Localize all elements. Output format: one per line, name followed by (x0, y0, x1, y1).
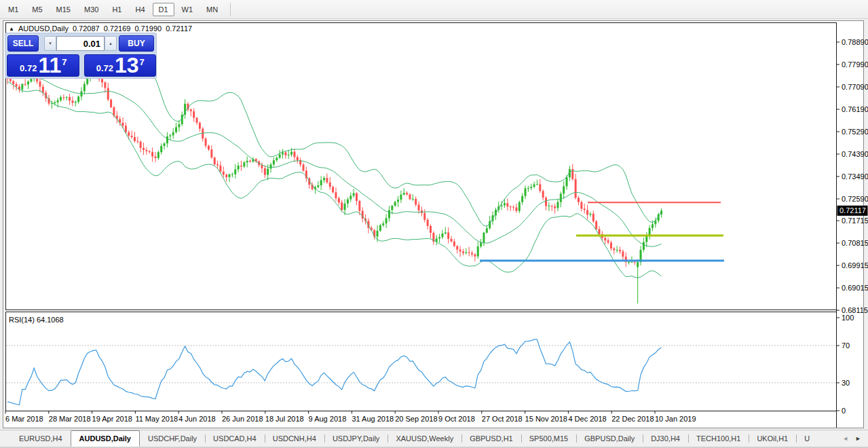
buy-quote-button[interactable]: 0.72 13 7 (84, 54, 157, 77)
sell-button[interactable]: SELL (7, 35, 39, 52)
sell-price-prefix: 0.72 (20, 63, 37, 73)
tab-eurusd-h4[interactable]: EURUSD,H4 (11, 430, 71, 447)
tab-usdcnh-h4[interactable]: USDCNH,H4 (265, 430, 324, 447)
svg-text:11 May 2018: 11 May 2018 (135, 415, 178, 423)
candles-layer (7, 70, 663, 303)
chart-symbol-label: AUDUSD,Daily (18, 24, 69, 33)
chart-open-value: 0.72087 (73, 24, 100, 33)
tab-audusd-daily[interactable]: AUDUSD,Daily (71, 430, 140, 447)
svg-text:0.73490: 0.73490 (842, 172, 868, 181)
svg-text:0.70815: 0.70815 (842, 239, 868, 247)
svg-text:20 Sep 2018: 20 Sep 2018 (395, 415, 437, 423)
rsi-line (7, 339, 662, 405)
sell-price-pipette: 7 (62, 57, 67, 67)
svg-text:9 Oct 2018: 9 Oct 2018 (438, 415, 475, 423)
svg-text:9 Aug 2018: 9 Aug 2018 (309, 415, 347, 423)
svg-text:15 Nov 2018: 15 Nov 2018 (525, 415, 567, 423)
svg-text:4 Jun 2018: 4 Jun 2018 (178, 415, 215, 423)
tab-tech100-h1[interactable]: TECH100,H1 (688, 430, 749, 447)
tab-truncated[interactable]: U (796, 430, 818, 447)
svg-text:30: 30 (842, 379, 850, 387)
price-axis: 0.788900.779900.770900.761900.752900.743… (837, 38, 868, 415)
chart-low-value: 0.71990 (134, 24, 162, 33)
svg-text:0.75290: 0.75290 (842, 128, 868, 136)
svg-text:0.72117: 0.72117 (839, 206, 866, 214)
svg-text:0: 0 (842, 407, 846, 415)
svg-text:27 Oct 2018: 27 Oct 2018 (482, 415, 523, 423)
tabs-scroll-left-icon[interactable]: ◄ (842, 435, 848, 442)
chart-tab-bar: EURUSD,H4 AUDUSD,Daily USDCHF,Daily USDC… (0, 430, 868, 447)
buy-price-prefix: 0.72 (96, 63, 113, 73)
buy-button[interactable]: BUY (119, 35, 154, 52)
svg-text:28 Mar 2018: 28 Mar 2018 (49, 415, 91, 423)
tab-sp500-m15[interactable]: SP500,M15 (521, 430, 576, 447)
tab-ukoil-h1[interactable]: UKOil,H1 (749, 430, 796, 447)
volume-input[interactable] (56, 36, 105, 51)
svg-text:0.76190: 0.76190 (842, 105, 868, 113)
one-click-trade-panel: SELL ▾ ▴ BUY 0.72 11 7 0.72 13 7 (5, 33, 157, 79)
tab-gbpusd-h1[interactable]: GBPUSD,H1 (461, 430, 521, 447)
svg-text:4 Dec 2018: 4 Dec 2018 (568, 415, 606, 423)
tab-usdjpy-daily[interactable]: USDJPY,Daily (324, 430, 388, 447)
svg-text:0.74390: 0.74390 (842, 150, 868, 158)
date-axis: 6 Mar 201828 Mar 201819 Apr 201811 May 2… (5, 411, 696, 424)
svg-text:31 Aug 2018: 31 Aug 2018 (352, 415, 394, 423)
chart-title: ▲ AUDUSD,Daily 0.72087 0.72169 0.71990 0… (9, 24, 192, 33)
tab-xauusd-weekly[interactable]: XAUUSD,Weekly (388, 430, 461, 447)
volume-decrease-button[interactable]: ▾ (44, 36, 56, 51)
svg-text:6 Mar 2018: 6 Mar 2018 (5, 415, 43, 423)
svg-text:0.69915: 0.69915 (842, 261, 868, 269)
svg-text:0.71715: 0.71715 (842, 217, 868, 225)
chart-close-value: 0.72117 (166, 24, 192, 33)
svg-text:0.77990: 0.77990 (842, 60, 868, 69)
svg-text:26 Jun 2018: 26 Jun 2018 (222, 415, 263, 423)
svg-text:100: 100 (842, 314, 854, 322)
chart-high-value: 0.72169 (104, 24, 131, 33)
rsi-pane-frame (6, 312, 837, 411)
svg-text:0.72590: 0.72590 (842, 195, 868, 203)
svg-text:0.77090: 0.77090 (842, 83, 868, 91)
volume-increase-button[interactable]: ▴ (105, 36, 117, 51)
rsi-indicator-label: RSI(14) 64.1068 (9, 316, 64, 324)
sell-price-big: 11 (38, 55, 61, 75)
svg-text:22 Dec 2018: 22 Dec 2018 (611, 415, 654, 423)
svg-text:19 Apr 2018: 19 Apr 2018 (92, 415, 132, 423)
svg-text:18 Jul 2018: 18 Jul 2018 (265, 415, 304, 423)
sell-quote-button[interactable]: 0.72 11 7 (7, 54, 79, 77)
buy-price-big: 13 (115, 55, 139, 75)
tab-gbpusd-daily[interactable]: GBPUSD,Daily (576, 430, 643, 447)
tab-dj30-h4[interactable]: DJ30,H4 (643, 430, 688, 447)
svg-text:70: 70 (842, 341, 850, 350)
buy-price-pipette: 7 (140, 57, 145, 67)
svg-text:10 Jan 2019: 10 Jan 2019 (655, 415, 696, 423)
tab-usdchf-daily[interactable]: USDCHF,Daily (140, 430, 205, 447)
chart-marker-icon: ▲ (9, 26, 14, 32)
tab-usdcad-h4[interactable]: USDCAD,H4 (205, 430, 265, 447)
svg-text:0.69015: 0.69015 (842, 284, 868, 292)
tabs-scroll-right-icon[interactable]: ► (855, 435, 861, 442)
svg-text:0.78890: 0.78890 (842, 38, 868, 46)
